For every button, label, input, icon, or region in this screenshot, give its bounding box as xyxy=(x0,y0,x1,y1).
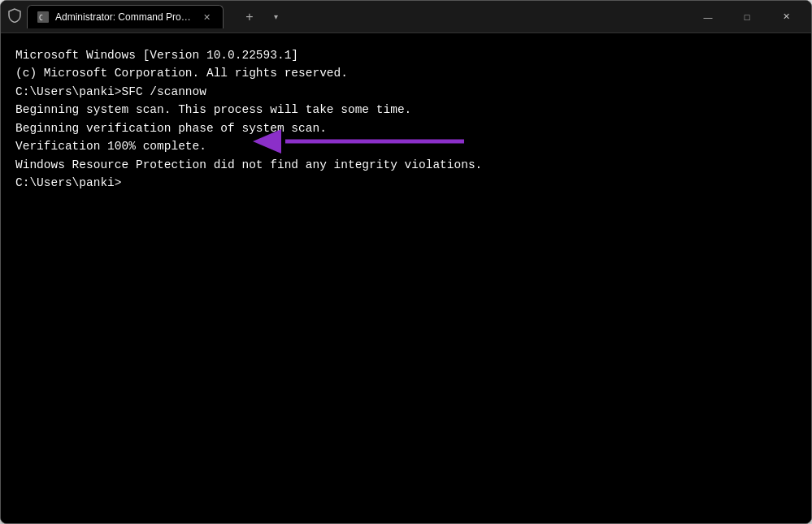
terminal-line-1: Microsoft Windows [Version 10.0.22593.1] xyxy=(15,46,797,64)
close-button[interactable]: ✕ xyxy=(767,4,805,30)
terminal-line-2: (c) Microsoft Corporation. All rights re… xyxy=(15,64,797,82)
minimize-button[interactable]: — xyxy=(689,4,727,30)
terminal-line-9: Verification 100% complete. xyxy=(15,137,797,155)
terminal-window: C Administrator: Command Prom… ✕ + ▾ — □… xyxy=(0,0,812,524)
cmd-icon: C xyxy=(37,11,49,23)
terminal-line-13: C:\Users\panki> xyxy=(15,174,797,192)
tab-close-button[interactable]: ✕ xyxy=(200,11,213,24)
terminal-line-4: C:\Users\panki>SFC /scannow xyxy=(15,83,797,101)
terminal-line-11: Windows Resource Protection did not find… xyxy=(15,156,797,174)
title-bar-left: C Administrator: Command Prom… ✕ + ▾ xyxy=(7,5,689,28)
new-tab-button[interactable]: + xyxy=(238,6,261,28)
tab-dropdown-button[interactable]: ▾ xyxy=(264,6,287,28)
restore-button[interactable]: □ xyxy=(728,4,766,30)
title-bar: C Administrator: Command Prom… ✕ + ▾ — □… xyxy=(1,1,811,33)
active-tab[interactable]: C Administrator: Command Prom… ✕ xyxy=(27,5,224,28)
terminal-output[interactable]: Microsoft Windows [Version 10.0.22593.1]… xyxy=(1,33,811,523)
shield-icon xyxy=(7,8,22,26)
window-controls: — □ ✕ xyxy=(689,4,805,30)
tab-title: Administrator: Command Prom… xyxy=(55,11,193,23)
terminal-line-8: Beginning verification phase of system s… xyxy=(15,119,797,137)
title-bar-actions: + ▾ xyxy=(238,6,287,28)
terminal-line-6: Beginning system scan. This process will… xyxy=(15,101,797,119)
svg-text:C: C xyxy=(39,15,43,21)
